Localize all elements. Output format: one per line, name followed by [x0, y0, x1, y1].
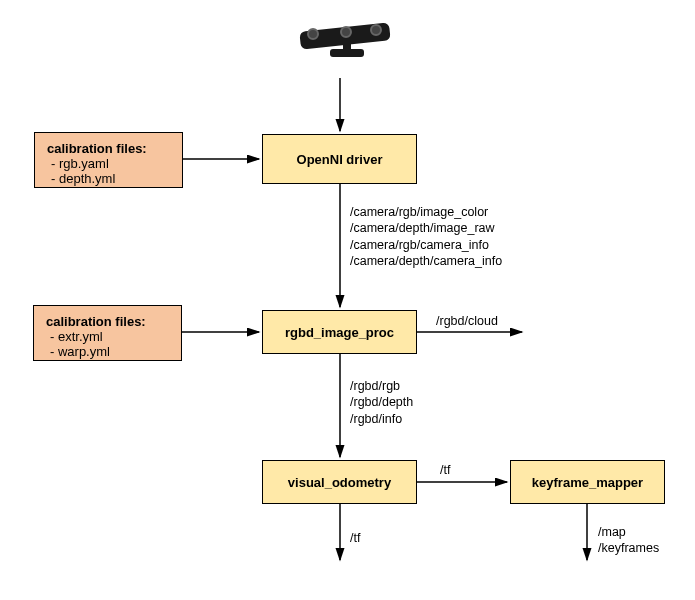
calib1-line-1: - depth.yml	[51, 171, 170, 186]
calib1-title: calibration files:	[47, 141, 170, 156]
label-vo-to-kf: /tf	[440, 462, 450, 478]
topic-line: /rgbd/rgb	[350, 378, 413, 394]
topic-line: /camera/depth/image_raw	[350, 220, 502, 236]
topic-line: /rgbd/info	[350, 411, 413, 427]
calib1-line-0: - rgb.yaml	[51, 156, 170, 171]
node-rgbd-image-proc: rgbd_image_proc	[262, 310, 417, 354]
label-driver-to-proc: /camera/rgb/image_color /camera/depth/im…	[350, 204, 502, 269]
node-visual-odometry: visual_odometry	[262, 460, 417, 504]
topic-line: /rgbd/depth	[350, 394, 413, 410]
node-calibration-files-1: calibration files: - rgb.yaml - depth.ym…	[34, 132, 183, 188]
topic-line: /camera/rgb/image_color	[350, 204, 502, 220]
topic-line: /camera/rgb/camera_info	[350, 237, 502, 253]
label-proc-to-vo: /rgbd/rgb /rgbd/depth /rgbd/info	[350, 378, 413, 427]
label-rgbd-cloud: /rgbd/cloud	[436, 313, 498, 329]
node-openni-driver: OpenNI driver	[262, 134, 417, 184]
camera-sensor-image	[295, 15, 395, 70]
topic-line: /keyframes	[598, 540, 659, 556]
node-keyframe-mapper: keyframe_mapper	[510, 460, 665, 504]
label-kf-output: /map /keyframes	[598, 524, 659, 557]
calib2-line-1: - warp.yml	[50, 344, 169, 359]
calib2-line-0: - extr.yml	[50, 329, 169, 344]
topic-line: /camera/depth/camera_info	[350, 253, 502, 269]
diagram-arrows	[0, 0, 695, 600]
calib2-title: calibration files:	[46, 314, 169, 329]
topic-line: /map	[598, 524, 659, 540]
label-vo-output: /tf	[350, 530, 360, 546]
node-calibration-files-2: calibration files: - extr.yml - warp.yml	[33, 305, 182, 361]
